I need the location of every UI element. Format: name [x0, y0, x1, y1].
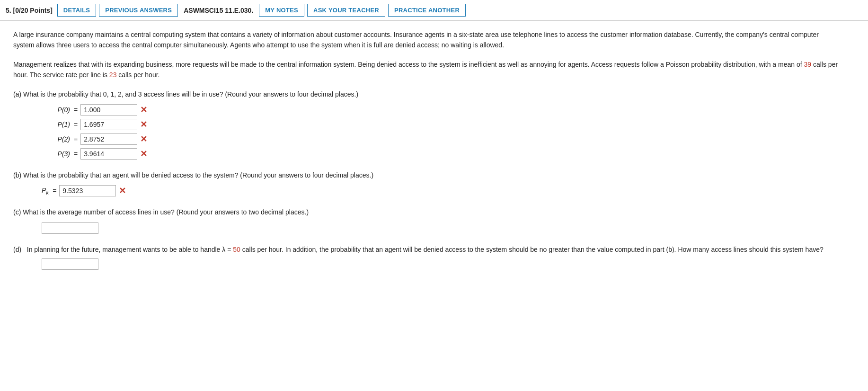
part-a-label: (a) What is the probability that 0, 1, 2…: [13, 89, 839, 99]
p0-input[interactable]: [80, 104, 137, 116]
previous-answers-button[interactable]: PREVIOUS ANSWERS: [99, 4, 178, 17]
part-b: (b) What is the probability that an agen…: [13, 170, 839, 196]
details-button[interactable]: DETAILS: [57, 4, 96, 17]
paragraph-2: Management realizes that with its expand…: [13, 59, 839, 80]
pk-input[interactable]: [59, 185, 116, 196]
part-a-row-3: P(3) = ✕: [42, 148, 839, 160]
question-header: 5. [0/20 Points] DETAILS PREVIOUS ANSWER…: [0, 0, 868, 21]
ask-teacher-button[interactable]: ASK YOUR TEACHER: [307, 4, 385, 17]
part-d-label: (d) In planning for the future, manageme…: [13, 244, 839, 255]
part-c-input[interactable]: [42, 222, 98, 234]
paragraph-2-before-39: Management realizes that with its expand…: [13, 61, 804, 68]
p1-input[interactable]: [80, 119, 137, 130]
p0-label: P(0): [42, 106, 70, 114]
part-d-before-50: In planning for the future, management w…: [27, 246, 233, 253]
part-a-row-1: P(1) = ✕: [42, 119, 839, 130]
p2-input[interactable]: [80, 133, 137, 145]
eq-2: =: [74, 135, 78, 143]
p2-wrong-icon: ✕: [140, 134, 147, 144]
part-c: (c) What is the average number of access…: [13, 207, 839, 233]
p2-label: P(2): [42, 135, 70, 143]
value-50: 50: [233, 246, 240, 253]
value-39: 39: [804, 61, 812, 68]
p3-label: P(3): [42, 150, 70, 158]
eq-0: =: [74, 106, 78, 114]
paragraph-1: A large insurance company maintains a ce…: [13, 29, 839, 51]
paragraph-2-after-23: calls per hour.: [116, 71, 159, 79]
part-d-letter: (d): [13, 246, 27, 253]
part-d: (d) In planning for the future, manageme…: [13, 244, 839, 270]
part-a: (a) What is the probability that 0, 1, 2…: [13, 89, 839, 160]
pk-wrong-icon: ✕: [119, 186, 126, 196]
p3-input[interactable]: [80, 148, 137, 160]
part-b-label: (b) What is the probability that an agen…: [13, 170, 839, 180]
eq-pk: =: [53, 187, 56, 195]
question-number: 5. [0/20 Points]: [6, 7, 53, 14]
eq-1: =: [74, 121, 78, 128]
problem-content: A large insurance company maintains a ce…: [0, 21, 852, 293]
paragraph-1-text: A large insurance company maintains a ce…: [13, 31, 819, 49]
part-b-input-row: Pk = ✕: [42, 185, 839, 196]
problem-title: ASWMSCI15 11.E.030.: [184, 7, 253, 14]
eq-3: =: [74, 150, 78, 158]
part-a-row-0: P(0) = ✕: [42, 104, 839, 116]
p3-wrong-icon: ✕: [140, 149, 147, 159]
part-c-label: (c) What is the average number of access…: [13, 207, 839, 217]
p0-wrong-icon: ✕: [140, 105, 147, 115]
p1-label: P(1): [42, 121, 70, 128]
my-notes-button[interactable]: MY NOTES: [259, 4, 304, 17]
pk-label: Pk: [42, 187, 49, 196]
part-d-after-50: calls per hour. In addition, the probabi…: [240, 246, 824, 253]
part-d-input[interactable]: [42, 258, 98, 270]
p1-wrong-icon: ✕: [140, 119, 147, 130]
practice-another-button[interactable]: PRACTICE ANOTHER: [388, 4, 466, 17]
part-a-row-2: P(2) = ✕: [42, 133, 839, 145]
pk-subscript: k: [46, 189, 49, 196]
value-23: 23: [109, 71, 117, 79]
